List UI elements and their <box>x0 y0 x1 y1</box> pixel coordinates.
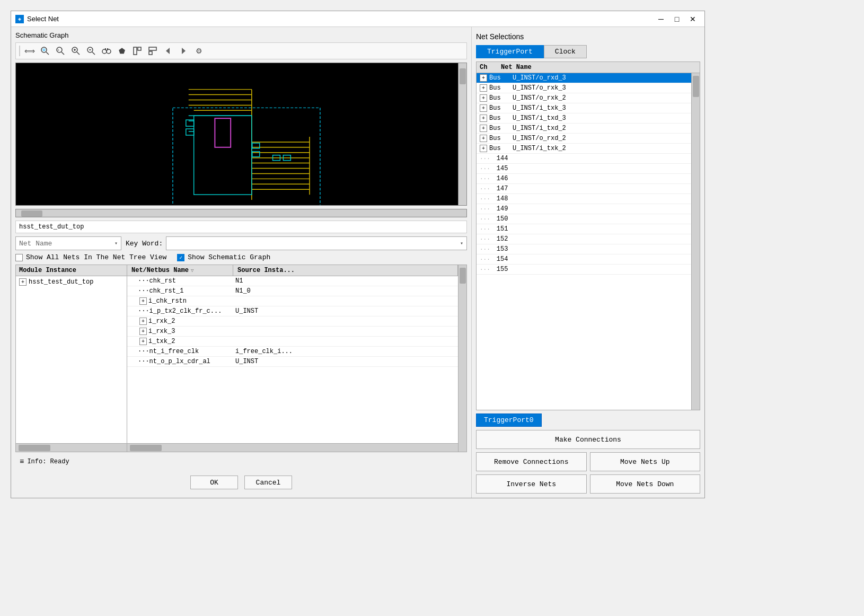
move-nets-down-button[interactable]: Move Nets Down <box>590 474 701 494</box>
ns-vscrollbar[interactable] <box>691 73 700 410</box>
list-item[interactable]: + Bus U_INST/i_txd_3 <box>477 113 691 124</box>
list-item[interactable]: ··· 152 <box>477 234 691 244</box>
right-panel: Net Selections TriggerPort Clock Ch Net … <box>471 27 704 498</box>
net-hscroll-thumb[interactable] <box>130 445 162 451</box>
net-rows[interactable]: ···chk_rst N1 ···chk_rst_1 N1_0 + i_chk_… <box>127 276 458 443</box>
ns-expand-icon[interactable]: + <box>480 84 487 92</box>
breadcrumb-text: hsst_test_dut_top <box>19 223 84 231</box>
ns-expand-icon[interactable]: + <box>480 145 487 152</box>
toolbar-zoom-in-btn[interactable] <box>69 45 83 57</box>
list-item[interactable]: + Bus U_INST/o_rxk_3 <box>477 83 691 93</box>
schematic-hscroll-thumb[interactable] <box>21 210 42 217</box>
toolbar-layout1-btn[interactable] <box>130 45 144 57</box>
net-name-dropdown-label: Net Name <box>19 240 112 248</box>
move-nets-up-button[interactable]: Move Nets Up <box>590 452 701 471</box>
module-hscroll-thumb[interactable] <box>19 445 50 451</box>
inverse-nets-button[interactable]: Inverse Nets <box>476 474 587 494</box>
list-item[interactable]: + i_chk_rstn <box>127 296 458 306</box>
list-item[interactable]: ··· 145 <box>477 164 691 174</box>
tab-row: TriggerPort Clock <box>476 45 700 58</box>
schematic-scrollbar-right[interactable] <box>458 63 466 205</box>
triggerport0-tab[interactable]: TriggerPort0 <box>476 413 542 427</box>
list-item[interactable]: ··· 154 <box>477 254 691 265</box>
schematic-vscroll-thumb[interactable] <box>460 68 466 84</box>
net-hscrollbar[interactable] <box>127 443 458 452</box>
tables-vscroll-thumb[interactable] <box>460 268 466 284</box>
ok-button[interactable]: OK <box>190 476 238 489</box>
svg-point-2 <box>43 49 45 51</box>
toolbar-settings-btn[interactable]: ⚙ <box>192 45 206 57</box>
list-item[interactable]: ···chk_rst N1 <box>127 276 458 286</box>
list-item[interactable]: + Bus U_INST/i_txk_3 <box>477 103 691 113</box>
ns-expand-icon[interactable]: + <box>480 104 487 112</box>
list-item[interactable]: ··· 147 <box>477 184 691 194</box>
list-item[interactable]: ···nt_i_free_clk i_free_clk_i... <box>127 347 458 357</box>
filter-row: Net Name ▾ Key Word: ▾ <box>15 236 467 250</box>
make-connections-button[interactable]: Make Connections <box>476 430 700 449</box>
toolbar-binoculars-btn[interactable] <box>100 45 113 57</box>
keyword-input[interactable]: ▾ <box>166 236 467 250</box>
toolbar-search-btn[interactable] <box>38 45 52 57</box>
list-item[interactable]: ···i_p_tx2_clk_fr_c... U_INST <box>127 306 458 316</box>
ns-expand-icon[interactable]: + <box>480 135 487 142</box>
ns-expand-icon[interactable]: + <box>480 125 487 132</box>
ns-vscroll-thumb[interactable] <box>693 76 699 97</box>
list-item[interactable]: + i_txk_2 <box>127 337 458 347</box>
svg-rect-16 <box>105 48 106 50</box>
schematic-view[interactable] <box>15 63 467 206</box>
list-item[interactable]: ··· 148 <box>477 194 691 204</box>
list-item[interactable]: ···nt_o_p_lx_cdr_al U_INST <box>127 357 458 367</box>
list-item[interactable]: ··· 155 <box>477 265 691 275</box>
list-item[interactable]: + i_rxk_2 <box>127 316 458 327</box>
list-item[interactable]: ··· 146 <box>477 174 691 184</box>
schematic-hscrollbar[interactable] <box>15 209 467 217</box>
close-button[interactable]: ✕ <box>685 13 700 25</box>
tab-clock[interactable]: Clock <box>544 45 587 58</box>
list-item[interactable]: ··· 144 <box>477 154 691 164</box>
ns-expand-icon[interactable]: + <box>480 94 487 102</box>
list-item[interactable]: + Bus U_INST/o_rxd_3 <box>477 73 691 83</box>
ns-rows[interactable]: + Bus U_INST/o_rxd_3 + Bus U_INST/o_rxk_… <box>477 73 691 410</box>
svg-line-4 <box>61 52 64 55</box>
toolbar-zoom-search-btn[interactable]: + <box>54 45 67 57</box>
tables-vscrollbar[interactable] <box>458 265 466 452</box>
show-all-nets-box[interactable] <box>15 254 23 261</box>
trigger-port0-row: TriggerPort0 <box>476 413 700 427</box>
ns-expand-icon[interactable]: + <box>480 74 487 82</box>
list-item[interactable]: + i_rxk_3 <box>127 327 458 337</box>
module-tree-item[interactable]: + hsst_test_dut_top <box>17 277 126 287</box>
toolbar-back-btn[interactable] <box>161 45 175 57</box>
show-all-nets-checkbox[interactable]: Show All Nets In The Net Tree View <box>15 253 166 261</box>
make-connections-row: Make Connections <box>476 430 700 449</box>
toolbar-layout2-btn[interactable] <box>146 45 160 57</box>
module-hscrollbar[interactable] <box>16 443 127 452</box>
list-item[interactable]: ··· 150 <box>477 214 691 224</box>
module-content[interactable]: + hsst_test_dut_top <box>16 276 127 443</box>
ns-expand-icon[interactable]: + <box>480 115 487 122</box>
remove-connections-button[interactable]: Remove Connections <box>476 452 587 471</box>
show-schematic-checkbox[interactable]: Show Schematic Graph <box>177 253 270 261</box>
list-item[interactable]: + Bus U_INST/o_rxk_2 <box>477 93 691 103</box>
list-item[interactable]: ··· 151 <box>477 224 691 234</box>
net-panel-headers: Net/Netbus Name ▽ Source Insta... <box>127 265 458 276</box>
list-item[interactable]: ··· 149 <box>477 204 691 214</box>
svg-point-0 <box>41 47 47 52</box>
maximize-button[interactable]: □ <box>669 13 684 25</box>
list-item[interactable]: + Bus U_INST/o_rxd_2 <box>477 134 691 144</box>
module-expand-icon[interactable]: + <box>19 278 27 286</box>
toolbar-zoom-out-btn[interactable] <box>84 45 98 57</box>
list-item[interactable]: + Bus U_INST/i_txk_2 <box>477 144 691 154</box>
minimize-button[interactable]: ─ <box>654 13 668 25</box>
svg-rect-17 <box>107 48 108 50</box>
toolbar-fit-btn[interactable]: ⟺ <box>23 45 37 57</box>
net-name-sort-icon[interactable]: ▽ <box>191 268 193 274</box>
list-item[interactable]: ···chk_rst_1 N1_0 <box>127 286 458 296</box>
list-item[interactable]: + Bus U_INST/i_txd_2 <box>477 124 691 134</box>
net-name-dropdown[interactable]: Net Name ▾ <box>15 236 121 250</box>
cancel-button[interactable]: Cancel <box>244 476 292 489</box>
toolbar-highlight-btn[interactable]: ⬟ <box>115 45 129 57</box>
tab-triggerport[interactable]: TriggerPort <box>476 45 544 58</box>
list-item[interactable]: ··· 153 <box>477 244 691 254</box>
toolbar-forward-btn[interactable] <box>177 45 190 57</box>
show-schematic-box[interactable] <box>177 254 184 261</box>
